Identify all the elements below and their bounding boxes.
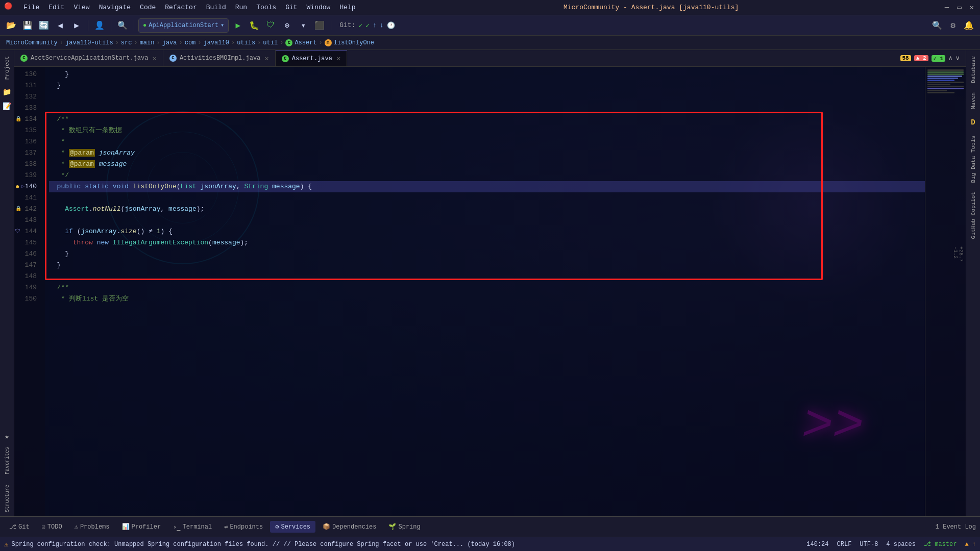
- sync-button[interactable]: 🔄: [37, 18, 51, 33]
- bc-com[interactable]: com: [185, 39, 196, 46]
- ln-147: 147: [14, 260, 41, 271]
- run-button[interactable]: ▶: [231, 18, 245, 33]
- git-fetch[interactable]: ↓: [380, 21, 384, 29]
- terminal-icon: ›_: [173, 523, 180, 531]
- back-button[interactable]: ◀: [53, 18, 67, 33]
- sidebar-icon-2[interactable]: 📝: [1, 100, 13, 112]
- search-everywhere-button[interactable]: 🔍: [930, 19, 944, 32]
- minimap[interactable]: +28.7-1.2: [925, 67, 966, 516]
- bc-project[interactable]: MicroCommunity: [6, 39, 58, 46]
- rs-copilot[interactable]: GitHub Copilot: [968, 188, 978, 243]
- encoding[interactable]: UTF-8: [860, 541, 878, 548]
- ln-139: 139: [14, 170, 41, 181]
- favorites-label[interactable]: Favorites: [1, 445, 13, 477]
- git-check-2[interactable]: ✓: [365, 21, 370, 30]
- menu-help[interactable]: Help: [335, 3, 359, 12]
- ln-145: 145: [14, 237, 41, 248]
- menu-tools[interactable]: Tools: [252, 3, 280, 12]
- breakpoint-140[interactable]: ●: [15, 181, 19, 192]
- endpoints-label: Endpoints: [230, 523, 263, 531]
- tab-close-2[interactable]: ✕: [264, 54, 268, 63]
- code-content[interactable]: } } /** * 数组只有一条数据: [45, 67, 925, 516]
- event-log-btn[interactable]: 1 Event Log: [936, 523, 976, 531]
- collapse-icon[interactable]: ∨: [955, 54, 960, 62]
- menu-view[interactable]: View: [69, 3, 93, 12]
- bc-module[interactable]: java110-utils: [65, 39, 113, 46]
- rs-bigdata[interactable]: Big Data Tools: [968, 132, 978, 187]
- code-editor[interactable]: 130 131 132 133 🔒 134 135 136 137 138 13…: [14, 67, 966, 516]
- tab-assert[interactable]: C Assert.java ✕: [276, 50, 348, 66]
- tab-bar: C AcctServiceApplicationStart.java ✕ C A…: [14, 50, 966, 67]
- menu-file[interactable]: File: [19, 3, 43, 12]
- coverage-button[interactable]: 🛡: [263, 18, 278, 33]
- bc-class[interactable]: Assert: [295, 39, 316, 46]
- menu-edit[interactable]: Edit: [44, 3, 68, 12]
- tab-close-3[interactable]: ✕: [336, 54, 340, 63]
- more-run-button[interactable]: ▾: [296, 18, 310, 33]
- minimap-coords: +28.7-1.2: [952, 246, 964, 262]
- bottom-problems[interactable]: ⚠ Problems: [69, 521, 115, 533]
- git-branch[interactable]: ⎇ master: [924, 540, 957, 548]
- expand-icon[interactable]: ∧: [948, 54, 952, 62]
- rs-maven[interactable]: Maven: [968, 88, 978, 113]
- git-check-1[interactable]: ✓: [358, 21, 362, 30]
- menu-navigate[interactable]: Navigate: [95, 3, 135, 12]
- tab-acct[interactable]: C AcctServiceApplicationStart.java ✕: [14, 50, 163, 66]
- bc-util[interactable]: util: [263, 39, 278, 46]
- indent-setting[interactable]: 4 spaces: [886, 541, 916, 548]
- git-push[interactable]: ↑: [373, 21, 377, 29]
- menu-build[interactable]: Build: [202, 3, 230, 12]
- menu-refactor[interactable]: Refactor: [161, 3, 201, 12]
- stop-button[interactable]: ⬛: [312, 18, 327, 33]
- bc-utils[interactable]: utils: [237, 39, 255, 46]
- cursor-position[interactable]: 140:24: [806, 541, 828, 548]
- problems-icon: ⚠: [75, 523, 78, 531]
- close-button[interactable]: ✕: [968, 3, 976, 12]
- minimize-button[interactable]: ─: [943, 4, 951, 12]
- bottom-todo[interactable]: ☑ TODO: [37, 521, 67, 533]
- ln-132: 132: [14, 91, 41, 103]
- git-notifications[interactable]: ▲ ↑: [965, 541, 976, 548]
- bc-method[interactable]: listOnlyOne: [334, 39, 374, 46]
- bc-main[interactable]: main: [140, 39, 155, 46]
- menu-run[interactable]: Run: [231, 3, 251, 12]
- save-button[interactable]: 💾: [20, 18, 35, 33]
- rs-database[interactable]: Database: [968, 52, 978, 87]
- maximize-button[interactable]: ▭: [955, 3, 963, 12]
- bottom-dependencies[interactable]: 📦 Dependencies: [317, 521, 381, 533]
- project-tool-button[interactable]: Project: [1, 52, 13, 84]
- sidebar-icon-1[interactable]: 📁: [1, 86, 13, 98]
- toolbar: 📂 💾 🔄 ◀ ▶ 👤 🔍 ● ApiApplicationStart ▾ ▶ …: [0, 15, 980, 36]
- menu-git[interactable]: Git: [281, 3, 301, 12]
- forward-button[interactable]: ▶: [69, 18, 84, 33]
- tab-activities[interactable]: C ActivitiesBMOImpl.java ✕: [163, 50, 276, 66]
- notifications-button[interactable]: 🔔: [962, 19, 976, 32]
- user-button[interactable]: 👤: [92, 18, 107, 33]
- rs-d[interactable]: D: [969, 114, 977, 131]
- mini-7: [927, 82, 964, 83]
- profile-button[interactable]: ⊕: [280, 18, 294, 33]
- run-config-selector[interactable]: ● ApiApplicationStart ▾: [138, 18, 229, 33]
- open-button[interactable]: 📂: [4, 18, 18, 33]
- settings-button[interactable]: ⚙: [948, 19, 958, 32]
- bc-src[interactable]: src: [121, 39, 132, 46]
- nav-button[interactable]: 🔍: [115, 18, 130, 33]
- menu-code[interactable]: Code: [136, 3, 160, 12]
- structure-label[interactable]: Structure: [1, 483, 13, 514]
- sidebar-icon-3[interactable]: ★: [1, 431, 13, 443]
- line-ending[interactable]: CRLF: [837, 541, 852, 548]
- bc-sep-7: ›: [231, 39, 235, 46]
- bc-java110[interactable]: java110: [204, 39, 229, 46]
- bottom-endpoints[interactable]: ⇌ Endpoints: [219, 521, 268, 533]
- bottom-terminal[interactable]: ›_ Terminal: [168, 521, 217, 533]
- menu-window[interactable]: Window: [303, 3, 335, 12]
- bc-java[interactable]: java: [162, 39, 177, 46]
- git-history[interactable]: 🕐: [387, 21, 395, 30]
- bottom-services[interactable]: ⚙ Services: [270, 521, 315, 533]
- tab-close-1[interactable]: ✕: [152, 54, 156, 63]
- code-line-141: [49, 192, 925, 204]
- bottom-spring[interactable]: 🌱 Spring: [383, 521, 425, 533]
- bottom-profiler[interactable]: 📊 Profiler: [117, 521, 166, 533]
- debug-button[interactable]: 🐛: [247, 18, 261, 33]
- bottom-git[interactable]: ⎇ Git: [4, 521, 35, 533]
